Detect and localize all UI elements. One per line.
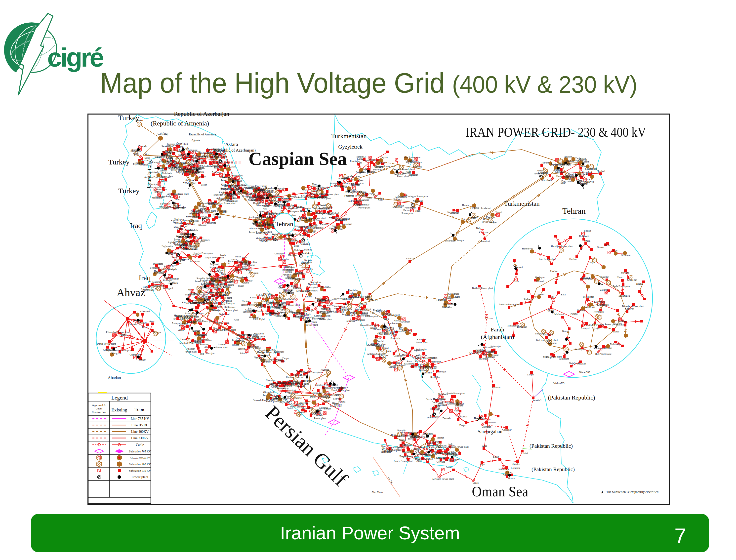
svg-text:IRAN POWER GRID- 230 & 400 kV: IRAN POWER GRID- 230 & 400 kV [465, 125, 646, 140]
svg-text:Sardargahan: Sardargahan [478, 429, 502, 435]
svg-text:Behabad Power plant: Behabad Power plant [236, 333, 258, 336]
svg-text:Aran: Aran [234, 318, 239, 321]
svg-text:Sheyban: Sheyban [329, 216, 337, 219]
svg-text:Meybod: Meybod [621, 271, 629, 274]
svg-text:Parand: Parand [165, 150, 172, 153]
svg-text:Shush: Shush [361, 303, 367, 305]
svg-text:Golpayegan: Golpayegan [362, 192, 374, 195]
svg-text:Darab: Darab [613, 330, 619, 333]
svg-text:Miyaneh: Miyaneh [210, 263, 219, 266]
svg-text:Arsanjan: Arsanjan [309, 193, 318, 195]
svg-text:Power plant: Power plant [402, 212, 413, 215]
svg-text:Abu Musa: Abu Musa [371, 490, 383, 493]
svg-text:Chenaran: Chenaran [369, 159, 378, 161]
svg-text:Legend: Legend [111, 395, 128, 401]
svg-text:Kharameh: Kharameh [396, 330, 406, 332]
svg-text:Deylam: Deylam [569, 258, 577, 260]
svg-text:Omidiyeh: Omidiyeh [275, 252, 285, 255]
svg-text:Galehdar: Galehdar [555, 170, 564, 173]
svg-text:Shush: Shush [238, 284, 244, 287]
svg-text:Ardestan Power plant: Ardestan Power plant [499, 303, 520, 306]
svg-text:Sarayan: Sarayan [236, 339, 244, 342]
svg-text:Substation 230&400 KV: Substation 230&400 KV [130, 457, 150, 459]
svg-text:Dezful Power plant: Dezful Power plant [426, 398, 445, 400]
svg-text:Golpayegan: Golpayegan [198, 286, 209, 289]
svg-text:Abadan: Abadan [550, 270, 557, 273]
svg-text:Shavur: Shavur [597, 246, 605, 248]
svg-text:Khansar: Khansar [321, 368, 329, 371]
svg-text:Sarab: Sarab [493, 455, 499, 458]
svg-text:Badrud: Badrud [348, 200, 355, 202]
svg-text:Golfaraj: Golfaraj [158, 132, 168, 135]
svg-text:Kangan: Kangan [546, 356, 554, 359]
svg-text:Tehran: Tehran [562, 206, 586, 215]
svg-text:Genaveh: Genaveh [191, 210, 200, 213]
svg-text:Izeh: Izeh [346, 314, 350, 316]
svg-text:Lamerd: Lamerd [579, 165, 587, 167]
svg-text:Abadan: Abadan [108, 375, 121, 380]
svg-text:Gyzyletrek: Gyzyletrek [338, 144, 363, 150]
svg-text:Oman Sea: Oman Sea [472, 483, 528, 500]
svg-text:Abadan: Abadan [281, 258, 289, 261]
svg-text:Zavareh Power plant: Zavareh Power plant [213, 161, 234, 164]
svg-text:Sarayan: Sarayan [316, 188, 324, 191]
svg-text:Eslamabad Power plant: Eslamabad Power plant [106, 331, 130, 334]
svg-text:Parand: Parand [120, 333, 126, 336]
svg-text:Sarayan: Sarayan [489, 221, 497, 224]
svg-text:Nain: Nain [367, 196, 371, 199]
svg-text:Mohr: Mohr [605, 244, 611, 247]
svg-text:Asaluyeh: Asaluyeh [254, 195, 264, 197]
svg-text:Zavareh: Zavareh [443, 417, 451, 420]
svg-text:Khaf: Khaf [328, 310, 334, 313]
svg-text:Ferdows: Ferdows [378, 331, 387, 334]
svg-text:Caspian Sea: Caspian Sea [248, 149, 347, 169]
svg-text:Kaki: Kaki [210, 286, 215, 289]
svg-text:Golpayegan Power plant: Golpayegan Power plant [592, 323, 617, 326]
svg-text:Kangan: Kangan [214, 321, 221, 323]
svg-text:Feyzabad: Feyzabad [133, 163, 143, 165]
svg-text:Khaf: Khaf [446, 297, 451, 299]
svg-text:Gotvand: Gotvand [365, 298, 373, 301]
svg-text:Poldokhtar: Poldokhtar [427, 416, 438, 419]
svg-text:Natanz: Natanz [338, 400, 346, 403]
svg-text:Sheyban: Sheyban [155, 191, 163, 193]
svg-text:Ramhormoz: Ramhormoz [593, 347, 606, 350]
svg-text:Khalilabad: Khalilabad [284, 298, 294, 301]
svg-text:Khormoj: Khormoj [511, 467, 520, 469]
svg-text:Saveh: Saveh [287, 407, 293, 409]
svg-text:Veys: Veys [333, 226, 338, 229]
svg-text:Semirom: Semirom [621, 254, 631, 256]
svg-text:Sarbandar: Sarbandar [312, 392, 322, 394]
svg-text:Power plant: Power plant [131, 475, 148, 479]
svg-text:Agarak: Agarak [191, 138, 200, 142]
svg-text:Baghmalek: Baghmalek [302, 268, 313, 270]
svg-text:Natanz: Natanz [354, 203, 361, 206]
svg-text:Songor: Songor [413, 447, 420, 450]
svg-text:Mahshahr: Mahshahr [162, 172, 172, 175]
svg-text:Deylam: Deylam [380, 156, 388, 159]
svg-text:Khalafabad: Khalafabad [301, 407, 313, 409]
svg-text:Turkey: Turkey [118, 187, 140, 195]
svg-text:Neyriz: Neyriz [302, 189, 309, 191]
svg-text:Jahrom: Jahrom [221, 301, 228, 304]
svg-text:Ahvaz: Ahvaz [117, 286, 145, 299]
svg-text:Dorud Power plant: Dorud Power plant [97, 342, 116, 345]
svg-text:Bakharz Power plant: Bakharz Power plant [472, 287, 493, 289]
svg-text:Shahreza: Shahreza [212, 305, 221, 307]
svg-text:Under: Under [95, 407, 102, 410]
svg-text:Harsin Power plant: Harsin Power plant [113, 349, 132, 352]
svg-text:Qaen: Qaen [398, 326, 403, 329]
svg-text:Hamidiyeh: Hamidiyeh [522, 247, 533, 250]
svg-text:Lali: Lali [449, 443, 452, 445]
svg-text:Zavareh: Zavareh [322, 392, 330, 395]
svg-text:Abadeh: Abadeh [564, 155, 572, 158]
svg-text:Omidiyeh: Omidiyeh [190, 260, 200, 263]
svg-text:Parand: Parand [242, 281, 249, 284]
svg-text:Lali: Lali [262, 213, 266, 216]
svg-text:Badrud: Badrud [333, 397, 340, 400]
svg-text:Eqlid: Eqlid [259, 318, 265, 320]
svg-text:Construction: Construction [92, 410, 106, 413]
svg-text:Ramhormoz: Ramhormoz [183, 223, 195, 225]
svg-text:Sheyban: Sheyban [188, 163, 196, 165]
svg-text:Bostan: Bostan [437, 436, 444, 439]
